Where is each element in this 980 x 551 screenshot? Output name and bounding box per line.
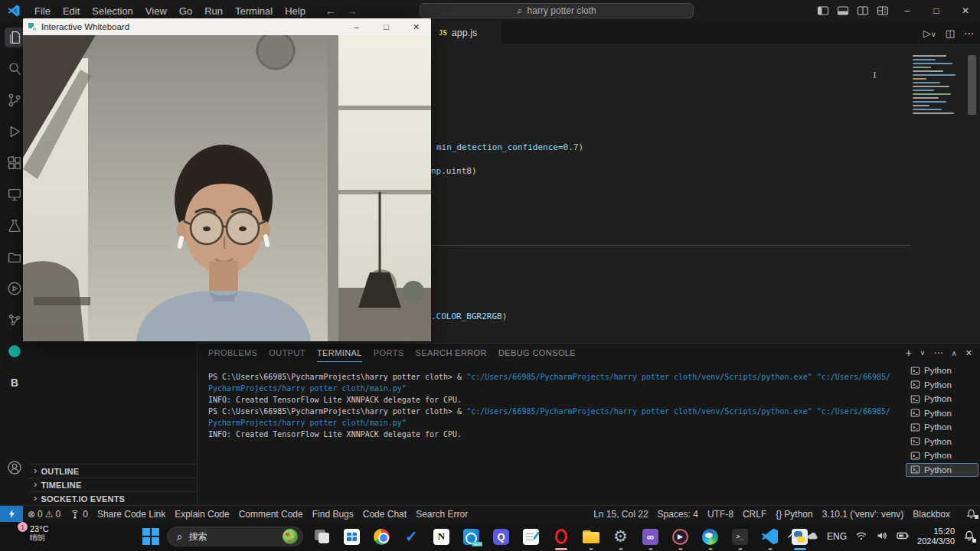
- status-share-code-link[interactable]: Share Code Link: [93, 509, 170, 520]
- command-center-search[interactable]: ⌕ harry potter cloth: [420, 3, 694, 18]
- window-maximize-button[interactable]: □: [922, 0, 951, 21]
- taskbar-app-vscode[interactable]: [760, 522, 779, 551]
- minimap[interactable]: [913, 55, 960, 129]
- taskbar-app-microsoft-todo[interactable]: ✓: [402, 522, 421, 551]
- customize-layout-icon[interactable]: [873, 0, 893, 21]
- explorer-icon[interactable]: [5, 28, 24, 47]
- status-blackbox[interactable]: Blackbox: [908, 509, 955, 520]
- ports-status[interactable]: 0: [65, 509, 93, 520]
- terminal-process-python[interactable]: Python: [906, 364, 978, 378]
- split-editor-icon[interactable]: [853, 0, 873, 21]
- status-search-error[interactable]: Search Error: [411, 509, 472, 520]
- terminal-process-python[interactable]: Python: [906, 392, 978, 406]
- weather-widget[interactable]: 1 23°C 晴朗: [6, 524, 49, 543]
- problems-status[interactable]: ⊗ 0 ⚠ 0: [23, 509, 65, 520]
- terminal-process-python[interactable]: Python: [906, 463, 978, 478]
- battery-icon[interactable]: [897, 530, 909, 544]
- extensions-icon[interactable]: [5, 153, 24, 173]
- status-indentation[interactable]: Spaces: 4: [653, 509, 703, 520]
- menu-terminal[interactable]: Terminal: [229, 3, 279, 19]
- close-panel-icon[interactable]: ✕: [965, 348, 972, 358]
- taskbar-app-visual-studio[interactable]: ∞: [641, 522, 660, 551]
- wifi-icon[interactable]: [855, 530, 867, 544]
- interactive-whiteboard-window[interactable]: Interactive Whiteboard – □ ✕: [23, 18, 431, 341]
- taskbar-app-outlook[interactable]: NEW: [462, 522, 481, 551]
- taskbar-app-quark[interactable]: Q: [492, 522, 511, 551]
- taskbar-app-chrome[interactable]: [372, 522, 391, 551]
- library-icon[interactable]: [5, 247, 24, 267]
- volume-icon[interactable]: [876, 530, 888, 544]
- toggle-panel-icon[interactable]: [833, 0, 853, 21]
- tray-chevron-up-icon[interactable]: [786, 530, 798, 544]
- window-close-button[interactable]: ✕: [951, 0, 980, 21]
- section-timeline[interactable]: ›TIMELINE: [29, 478, 197, 491]
- menu-edit[interactable]: Edit: [57, 3, 86, 19]
- status-cursor-position[interactable]: Ln 15, Col 22: [589, 509, 652, 520]
- taskbar-app-notes[interactable]: [521, 522, 541, 551]
- menu-view[interactable]: View: [139, 3, 173, 19]
- source-control-icon[interactable]: [5, 90, 24, 110]
- status-language[interactable]: {}Python: [771, 509, 817, 520]
- status-python-interpreter[interactable]: 3.10.1 ('venv': venv): [818, 509, 909, 520]
- tray-notification-bell[interactable]: [963, 530, 975, 544]
- live-preview-icon[interactable]: [5, 279, 24, 298]
- panel-tab-terminal[interactable]: TERMINAL: [317, 344, 362, 362]
- panel-tab-output[interactable]: OUTPUT: [269, 344, 305, 362]
- remote-explorer-icon[interactable]: [5, 184, 24, 204]
- taskbar-clock[interactable]: 15:20 2024/3/30: [917, 527, 955, 546]
- menu-go[interactable]: Go: [173, 3, 198, 19]
- panel-tab-search-error[interactable]: SEARCH ERROR: [416, 344, 487, 362]
- input-language[interactable]: ENG: [827, 531, 847, 542]
- maximize-panel-icon[interactable]: ∧: [951, 349, 956, 357]
- section-socket-io-events[interactable]: ›SOCKET.IO EVENTS: [29, 491, 197, 505]
- start-button[interactable]: [142, 528, 159, 545]
- blackbox-icon[interactable]: B: [5, 373, 24, 393]
- teal-extension-icon[interactable]: [5, 341, 24, 361]
- whiteboard-close-button[interactable]: ✕: [401, 18, 431, 35]
- editor-scrollbar[interactable]: [968, 55, 976, 115]
- taskbar-app-terminal[interactable]: >_: [730, 522, 750, 551]
- taskbar-app-edge[interactable]: [701, 522, 720, 551]
- whiteboard-maximize-button[interactable]: □: [371, 18, 401, 35]
- testing-icon[interactable]: [5, 216, 24, 236]
- taskbar-app-microsoft-store[interactable]: [342, 522, 361, 551]
- notifications-bell[interactable]: [959, 508, 980, 520]
- remote-indicator[interactable]: [0, 506, 23, 523]
- panel-tab-problems[interactable]: PROBLEMS: [208, 344, 257, 362]
- menu-help[interactable]: Help: [279, 3, 312, 19]
- taskbar-app-settings[interactable]: ⚙: [611, 522, 630, 551]
- back-arrow-icon[interactable]: ←: [325, 5, 336, 17]
- run-file-button[interactable]: ▷∨: [923, 28, 936, 39]
- status-code-chat[interactable]: Code Chat: [358, 509, 411, 520]
- menu-run[interactable]: Run: [198, 3, 229, 19]
- terminal-process-python[interactable]: Python: [906, 448, 978, 463]
- terminal-process-python[interactable]: Python: [906, 435, 978, 449]
- new-terminal-icon[interactable]: +: [906, 347, 912, 359]
- split-editor-button[interactable]: ◫: [946, 28, 955, 39]
- whiteboard-titlebar[interactable]: Interactive Whiteboard – □ ✕: [23, 18, 431, 35]
- run-and-debug-icon[interactable]: [5, 122, 24, 142]
- status-find-bugs[interactable]: Find Bugs: [308, 509, 358, 520]
- window-minimize-button[interactable]: –: [893, 0, 922, 21]
- panel-more-icon[interactable]: ⋯: [933, 347, 942, 358]
- taskbar-app-media-player[interactable]: ▶: [671, 522, 690, 551]
- taskbar-app-task-view[interactable]: [312, 522, 332, 551]
- account-icon[interactable]: [5, 458, 24, 478]
- search-icon[interactable]: [5, 59, 24, 79]
- status-eol[interactable]: CRLF: [738, 509, 771, 520]
- terminal-process-python[interactable]: Python: [906, 406, 978, 421]
- terminal-process-python[interactable]: Python: [906, 378, 978, 393]
- more-actions-icon[interactable]: ⋯: [964, 28, 974, 39]
- taskbar-app-file-explorer[interactable]: [581, 522, 600, 551]
- panel-tab-ports[interactable]: PORTS: [374, 344, 404, 362]
- taskbar-search[interactable]: ⌕ 搜索: [167, 527, 303, 546]
- forward-arrow-icon[interactable]: →: [347, 5, 358, 17]
- taskbar-app-notion[interactable]: N: [432, 522, 451, 551]
- whiteboard-minimize-button[interactable]: –: [341, 18, 371, 35]
- terminal-process-python[interactable]: Python: [906, 420, 978, 435]
- tab-appjs[interactable]: JS app.js: [431, 21, 501, 44]
- onedrive-cloud-icon[interactable]: [806, 530, 818, 544]
- terminal-dropdown-icon[interactable]: ∨: [920, 349, 926, 357]
- menu-file[interactable]: File: [28, 3, 57, 19]
- menu-selection[interactable]: Selection: [86, 3, 139, 19]
